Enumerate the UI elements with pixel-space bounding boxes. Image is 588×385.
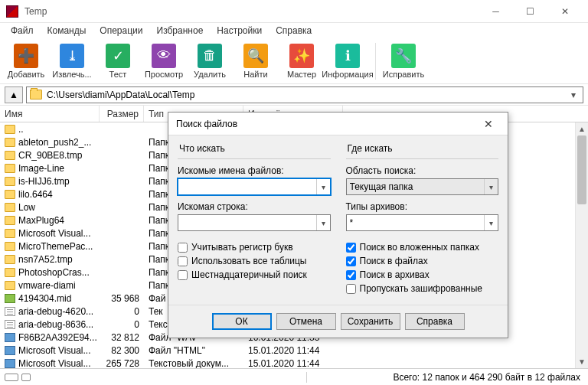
chevron-down-icon[interactable]: ▾	[484, 179, 498, 194]
subfolders-checkbox-row[interactable]: Поиск во вложенных папках	[346, 242, 499, 253]
file-size: 0	[100, 319, 144, 330]
dropdown-arrow-icon[interactable]: ▾	[567, 90, 580, 100]
string-combo[interactable]: ▾	[178, 214, 331, 231]
scroll-up-icon[interactable]: ▲	[576, 122, 588, 135]
inarchives-checkbox-row[interactable]: Поиск в архивах	[346, 269, 499, 280]
menu-commands[interactable]: Команды	[41, 24, 93, 38]
subfolders-checkbox[interactable]	[346, 243, 356, 253]
add-icon: ➕	[14, 44, 38, 68]
hex-checkbox[interactable]	[178, 270, 188, 280]
wizard-button[interactable]: ✨Мастер	[280, 40, 323, 83]
file-size: 0	[100, 306, 144, 317]
file-type: Текстовый докум...	[144, 358, 243, 369]
skipencrypted-label: Пропускать зашифрованные	[360, 283, 483, 294]
folder-icon	[5, 203, 15, 212]
filenames-combo[interactable]: ▾	[178, 178, 331, 195]
where-group: Где искать Область поиска: ▾ Типы архиво…	[346, 143, 499, 297]
skipencrypted-checkbox[interactable]	[346, 284, 356, 294]
test-icon: ✓	[106, 44, 130, 68]
what-group: Что искать Искомые имена файлов: ▾ Иском…	[178, 143, 331, 297]
ok-button[interactable]: ОК	[212, 313, 272, 330]
file-name: Microsoft Visual...	[18, 358, 90, 369]
repair-button[interactable]: 🔧Исправить	[382, 40, 425, 83]
addressbar[interactable]: ▾	[26, 86, 583, 103]
dialog-close-button[interactable]: ✕	[477, 113, 500, 135]
close-button[interactable]: ✕	[547, 1, 582, 22]
menu-help[interactable]: Справка	[270, 24, 318, 38]
chevron-down-icon[interactable]: ▾	[316, 179, 330, 194]
up-arrow-icon: ▲	[9, 90, 18, 100]
extract-button[interactable]: ⤓Извлечь...	[51, 40, 93, 83]
view-label: Просмотр	[145, 70, 183, 79]
menu-settings[interactable]: Настройки	[211, 24, 268, 38]
scroll-down-icon[interactable]: ▼	[576, 355, 588, 368]
extract-icon: ⤓	[60, 44, 84, 68]
case-checkbox-row[interactable]: Учитывать регистр букв	[178, 242, 331, 253]
col-name[interactable]: Имя	[0, 106, 100, 122]
repair-label: Исправить	[383, 70, 424, 79]
file-modified: 15.01.2020 11:44	[243, 358, 343, 369]
delete-button[interactable]: 🗑Удалить	[188, 40, 231, 83]
file-name: F86B2AA392E94...	[18, 332, 97, 343]
inarchives-checkbox[interactable]	[346, 270, 356, 280]
menubar: Файл Команды Операции Избранное Настройк…	[0, 23, 588, 38]
infiles-label: Поиск в файлах	[360, 256, 428, 266]
cancel-button[interactable]: Отмена	[276, 313, 336, 330]
menu-favorites[interactable]: Избранное	[151, 24, 210, 38]
vertical-scrollbar[interactable]: ▲ ▼	[575, 122, 588, 368]
folder-icon	[5, 255, 15, 264]
filenames-input[interactable]	[178, 181, 316, 192]
maximize-button[interactable]: ☐	[513, 1, 547, 22]
file-name: aria-debug-8636...	[18, 319, 93, 330]
file-name: Low	[18, 202, 35, 213]
infiles-checkbox[interactable]	[346, 256, 356, 266]
hex-checkbox-row[interactable]: Шестнадцатеричный поиск	[178, 269, 331, 280]
archivetypes-combo[interactable]: ▾	[346, 214, 499, 231]
scope-value	[347, 181, 485, 192]
up-button[interactable]: ▲	[5, 86, 23, 103]
table-row[interactable]: Microsoft Visual...82 300Файл "HTML"15.0…	[0, 344, 588, 357]
exe-icon	[5, 359, 15, 368]
menu-file[interactable]: Файл	[5, 24, 40, 38]
save-button[interactable]: Сохранить	[341, 313, 400, 330]
add-button[interactable]: ➕Добавить	[5, 40, 47, 83]
find-button[interactable]: 🔍Найти	[234, 40, 277, 83]
chevron-down-icon[interactable]: ▾	[484, 215, 498, 230]
folder-icon	[5, 268, 15, 277]
infiles-checkbox-row[interactable]: Поиск в файлах	[346, 256, 499, 266]
archivetypes-input[interactable]	[347, 217, 485, 228]
test-label: Тест	[109, 70, 127, 79]
help-button[interactable]: Справка	[405, 313, 465, 330]
file-size: 265 728	[100, 358, 144, 369]
col-size[interactable]: Размер	[100, 106, 144, 122]
delete-label: Удалить	[194, 70, 226, 79]
file-name: aria-debug-4620...	[18, 306, 93, 317]
disk-icon	[5, 374, 18, 381]
folder-icon	[30, 90, 42, 100]
addressbar-row: ▲ ▾	[0, 84, 588, 106]
case-checkbox[interactable]	[178, 243, 188, 253]
string-input[interactable]	[178, 217, 316, 228]
dialog-titlebar[interactable]: Поиск файлов ✕	[168, 113, 508, 135]
path-input[interactable]	[47, 90, 567, 100]
minimize-button[interactable]: ─	[479, 1, 513, 22]
menu-operations[interactable]: Операции	[93, 24, 149, 38]
chevron-down-icon[interactable]: ▾	[316, 215, 330, 230]
string-label: Искомая строка:	[178, 201, 331, 212]
info-button[interactable]: ℹИнформация	[326, 40, 369, 83]
alltables-checkbox[interactable]	[178, 256, 188, 266]
skipencrypted-checkbox-row[interactable]: Пропускать зашифрованные	[346, 283, 499, 294]
case-label: Учитывать регистр букв	[191, 242, 293, 253]
inarchives-label: Поиск в архивах	[360, 269, 430, 280]
scope-combo[interactable]: ▾	[346, 178, 499, 195]
test-button[interactable]: ✓Тест	[96, 40, 139, 83]
text-icon	[5, 307, 15, 316]
alltables-checkbox-row[interactable]: Использовать все таблицы	[178, 256, 331, 266]
view-icon: 👁	[152, 44, 176, 68]
exe-icon	[5, 346, 15, 355]
file-name: vmware-diami	[18, 280, 76, 291]
folder-icon	[5, 151, 15, 160]
scroll-thumb[interactable]	[577, 135, 586, 204]
file-name: ..	[18, 124, 24, 135]
view-button[interactable]: 👁Просмотр	[142, 40, 185, 83]
